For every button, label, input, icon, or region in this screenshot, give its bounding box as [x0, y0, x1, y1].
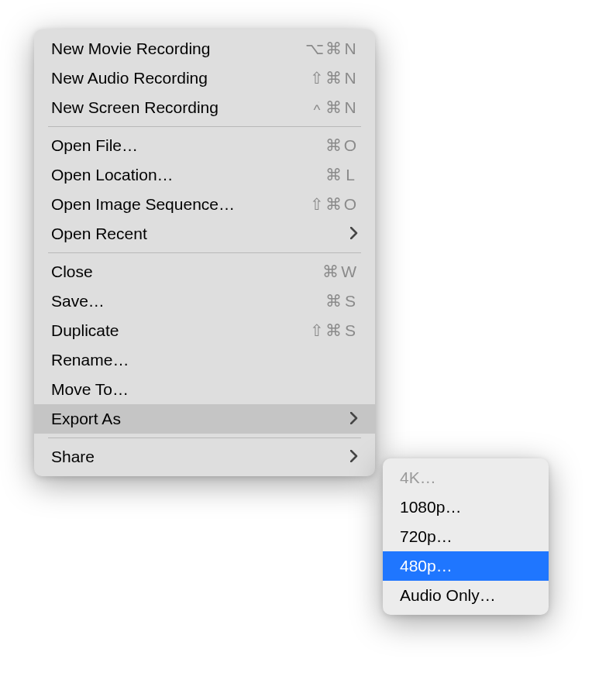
- menu-separator: [48, 252, 361, 253]
- file-menu: New Movie Recording ⌥⌘ N New Audio Recor…: [34, 29, 375, 476]
- export-as-submenu: 4K… 1080p… 720p… 480p… Audio Only…: [383, 458, 549, 615]
- menu-item-new-audio-recording[interactable]: New Audio Recording ⇧⌘ N: [34, 63, 375, 93]
- menu-item-shortcut: ⌘ S: [325, 292, 358, 311]
- menu-item-label: Open File…: [51, 136, 325, 155]
- menu-item-label: Open Location…: [51, 166, 325, 184]
- menu-item-shortcut: ⇧⌘ N: [310, 69, 358, 88]
- menu-item-label: Save…: [51, 292, 325, 311]
- submenu-item-480p[interactable]: 480p…: [383, 551, 549, 581]
- menu-item-label: Open Image Sequence…: [51, 195, 310, 214]
- menu-item-label: Move To…: [51, 380, 358, 399]
- menu-item-shortcut: ^ ⌘ N: [311, 98, 358, 117]
- menu-item-open-image-sequence[interactable]: Open Image Sequence… ⇧⌘ O: [34, 190, 375, 219]
- menu-item-export-as[interactable]: Export As: [34, 404, 375, 434]
- menu-item-save[interactable]: Save… ⌘ S: [34, 287, 375, 316]
- submenu-item-1080p[interactable]: 1080p…: [383, 492, 549, 522]
- menu-item-shortcut: ⌥⌘ N: [305, 39, 358, 58]
- menu-item-duplicate[interactable]: Duplicate ⇧⌘ S: [34, 316, 375, 345]
- menu-item-new-movie-recording[interactable]: New Movie Recording ⌥⌘ N: [34, 34, 375, 63]
- menu-item-share[interactable]: Share: [34, 442, 375, 472]
- menu-item-new-screen-recording[interactable]: New Screen Recording ^ ⌘ N: [34, 93, 375, 122]
- menu-item-label: New Screen Recording: [51, 98, 311, 117]
- menu-item-label: Duplicate: [51, 321, 310, 340]
- menu-item-label: 480p…: [400, 557, 532, 575]
- chevron-right-icon: [350, 224, 358, 244]
- chevron-right-icon: [350, 447, 358, 467]
- menu-item-shortcut: ⌘ W: [322, 262, 358, 281]
- menu-separator: [48, 126, 361, 127]
- menu-item-label: Audio Only…: [400, 586, 532, 605]
- chevron-right-icon: [350, 409, 358, 429]
- menu-item-open-file[interactable]: Open File… ⌘ O: [34, 131, 375, 160]
- submenu-item-audio-only[interactable]: Audio Only…: [383, 581, 549, 610]
- menu-item-open-location[interactable]: Open Location… ⌘ L: [34, 160, 375, 190]
- menu-item-shortcut: ⇧⌘ S: [310, 321, 358, 340]
- menu-item-label: 720p…: [400, 527, 532, 546]
- menu-item-shortcut: ⌘ L: [325, 166, 358, 184]
- menu-item-label: Open Recent: [51, 225, 346, 243]
- menu-item-label: Rename…: [51, 351, 358, 369]
- menu-item-label: New Audio Recording: [51, 69, 310, 88]
- menu-item-open-recent[interactable]: Open Recent: [34, 219, 375, 249]
- menu-item-shortcut: ⇧⌘ O: [310, 195, 358, 214]
- menu-separator: [48, 438, 361, 438]
- menu-item-label: 1080p…: [400, 498, 532, 516]
- menu-item-label: Export As: [51, 410, 346, 428]
- menu-item-label: 4K…: [400, 468, 532, 487]
- menu-item-rename[interactable]: Rename…: [34, 345, 375, 375]
- submenu-item-720p[interactable]: 720p…: [383, 522, 549, 551]
- menu-item-close[interactable]: Close ⌘ W: [34, 257, 375, 287]
- menu-item-label: New Movie Recording: [51, 39, 305, 58]
- menu-item-label: Share: [51, 448, 346, 466]
- menu-item-move-to[interactable]: Move To…: [34, 375, 375, 404]
- submenu-item-4k: 4K…: [383, 463, 549, 492]
- menu-item-label: Close: [51, 262, 322, 281]
- menu-item-shortcut: ⌘ O: [325, 136, 358, 155]
